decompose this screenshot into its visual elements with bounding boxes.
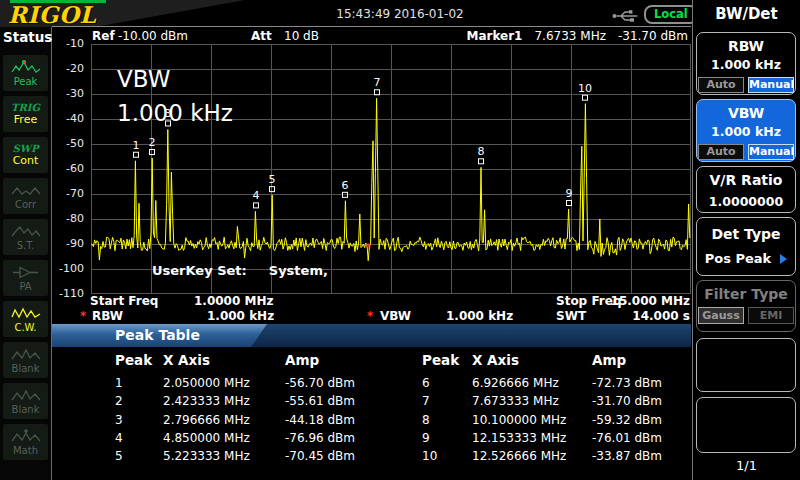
table-cell: 12.526666 MHz <box>472 449 592 467</box>
y-axis-labels: -10-20-30-40-50-60-70-80-90-100-110 <box>50 44 87 304</box>
rbw-title: RBW <box>697 38 795 54</box>
filter-emi-option[interactable]: EMI <box>748 307 794 324</box>
status-item-sweep: SWP Cont <box>3 137 48 173</box>
status-title: Status <box>3 29 52 45</box>
peak-marker-number: 2 <box>148 136 155 149</box>
table-cell: -72.73 dBm <box>592 376 702 394</box>
math-waveform-icon <box>11 429 41 444</box>
ref-value: -10.00 dBm <box>118 29 188 43</box>
peak-marker-square <box>583 95 588 100</box>
vr-ratio-softkey-button[interactable]: V/R Ratio 1.0000000 <box>696 166 796 213</box>
usb-icon <box>612 9 638 23</box>
status-item-trigger: TRIG Free <box>3 96 48 132</box>
table-cell: 6.926666 MHz <box>472 376 592 394</box>
status-item-label: PA <box>19 281 31 292</box>
det-type-softkey-button[interactable]: Det Type Pos Peak <box>696 217 796 276</box>
table-cell: -59.32 dBm <box>592 413 702 431</box>
rbw-mode-toggle: Auto Manual <box>697 77 795 93</box>
status-item-corr: Corr <box>3 178 48 214</box>
y-axis-tick: -100 <box>50 262 84 275</box>
vbw-auto-option[interactable]: Auto <box>698 144 744 160</box>
column-header: Amp <box>285 352 405 376</box>
table-cell: 7.673333 MHz <box>472 394 592 412</box>
pa-amplifier-icon <box>11 265 41 280</box>
spectrum-analyzer-screen: RIGOL 15:43:49 2016-01-02 Local Ref -10.… <box>0 0 800 480</box>
marker-frequency: 7.6733 MHz <box>534 29 605 43</box>
peak-marker-square <box>479 159 484 164</box>
ref-label: Ref <box>92 29 115 43</box>
peak-marker-number: 6 <box>341 179 348 192</box>
peak-waveform-icon <box>11 60 41 75</box>
filter-type-toggle: Gauss EMI <box>697 307 795 324</box>
brand-logo: RIGOL <box>8 1 96 28</box>
trigger-label: TRIG <box>11 102 40 113</box>
vbw-mode-toggle: Auto Manual <box>697 144 795 160</box>
submenu-arrow-icon <box>780 254 787 264</box>
table-cell: 4 <box>115 431 163 449</box>
column-header: X Axis <box>472 352 592 376</box>
softkey-panel: BW/Det RBW 1.000 kHz Auto Manual VBW 1.0… <box>692 0 800 480</box>
column-header: Amp <box>592 352 702 376</box>
table-cell: 2.423333 MHz <box>163 394 285 412</box>
status-item-label: Blank <box>12 363 40 374</box>
att-label: Att <box>251 29 272 43</box>
table-cell: -31.70 dBm <box>592 394 702 412</box>
vbw-manual-option[interactable]: Manual <box>748 144 794 160</box>
y-axis-tick: -20 <box>50 62 84 75</box>
st-waveform-icon <box>11 224 41 239</box>
peak-marker-number: 5 <box>269 173 276 186</box>
rbw-footer-label: RBW <box>92 309 123 323</box>
table-cell: 9 <box>422 431 472 449</box>
table-cell: -76.96 dBm <box>285 431 405 449</box>
swt-value: 14.000 s <box>632 309 690 323</box>
table-cell: 4.850000 MHz <box>163 431 285 449</box>
vbw-softkey-button[interactable]: VBW 1.000 kHz Auto Manual <box>696 99 796 162</box>
y-axis-tick: -50 <box>50 137 84 150</box>
table-cell: 12.153333 MHz <box>472 431 592 449</box>
vr-ratio-title: V/R Ratio <box>697 172 795 188</box>
vbw-overlay-line2: 1.000 kHz <box>117 96 233 130</box>
menu-title: BW/Det <box>693 5 800 23</box>
rbw-softkey-button[interactable]: RBW 1.000 kHz Auto Manual <box>696 32 796 95</box>
table-cell: -44.18 dBm <box>285 413 405 431</box>
y-axis-tick: -90 <box>50 237 84 250</box>
rbw-manual-option[interactable]: Manual <box>748 77 794 93</box>
peak-marker-number: 9 <box>566 187 573 200</box>
y-axis-tick: -60 <box>50 162 84 175</box>
softkey-empty-button-2[interactable] <box>696 397 796 453</box>
vbw-value: 1.000 kHz <box>697 124 795 139</box>
softkey-empty-button-1[interactable] <box>696 338 796 392</box>
table-cell: 5 <box>115 449 163 467</box>
rbw-footer-value: 1.000 kHz <box>207 309 274 323</box>
cw-waveform-icon <box>11 306 41 321</box>
vbw-overlay: VBW 1.000 kHz <box>117 62 233 130</box>
status-item-label: Blank <box>12 404 40 415</box>
rbw-auto-option[interactable]: Auto <box>698 77 744 93</box>
start-freq-value: 1.0000 MHz <box>194 294 273 308</box>
filter-type-softkey-button[interactable]: Filter Type Gauss EMI <box>696 280 796 332</box>
status-item-pa: PA <box>3 260 48 296</box>
peak-marker-square <box>254 203 259 208</box>
rbw-value: 1.000 kHz <box>697 57 795 72</box>
table-cell: -56.70 dBm <box>285 376 405 394</box>
status-item-label: Math <box>13 445 38 456</box>
filter-gauss-option[interactable]: Gauss <box>698 307 744 324</box>
y-axis-tick: -40 <box>50 112 84 125</box>
column-header: Peak <box>115 352 163 376</box>
status-item-blank-1: Blank <box>3 342 48 378</box>
status-item-math: Math <box>3 424 48 460</box>
stop-freq-value: 15.000 MHz <box>611 294 690 308</box>
system-message-value: System, <box>269 263 328 278</box>
blank-waveform-icon <box>11 347 41 362</box>
menu-page-indicator: 1/1 <box>693 458 800 473</box>
status-tiles: Peak TRIG Free SWP Cont Corr S.T. <box>3 55 48 465</box>
table-cell: 8 <box>422 413 472 431</box>
table-cell: 1 <box>115 376 163 394</box>
peak-table-left: Peak X Axis Amp 12.050000 MHz-56.70 dBm2… <box>115 352 405 467</box>
table-cell: 6 <box>422 376 472 394</box>
vbw-footer-label: VBW <box>380 309 411 323</box>
status-item-blank-2: Blank <box>3 383 48 419</box>
y-axis-tick: -110 <box>50 287 84 300</box>
table-cell: 3 <box>115 413 163 431</box>
column-header: X Axis <box>163 352 285 376</box>
